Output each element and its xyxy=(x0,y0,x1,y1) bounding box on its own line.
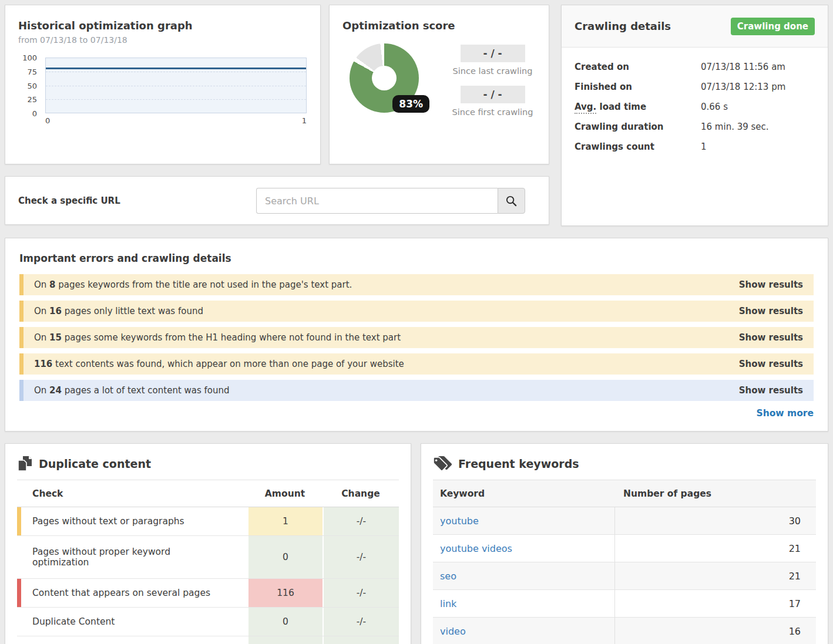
x-tick: 0 xyxy=(45,116,50,125)
status-badge: Crawling done xyxy=(731,18,815,35)
since-last-crawling-value: - / - xyxy=(461,45,525,62)
since-first-crawling-value: - / - xyxy=(461,86,525,103)
optimization-score-card: Optimization score 83% - / - Since last … xyxy=(329,5,549,164)
duplicate-content-card: Duplicate content Check Amount Change Pa… xyxy=(5,443,411,644)
avg-tooltip-term: Avg. xyxy=(575,102,596,114)
table-row: Duplicate Content 0 -/- xyxy=(17,608,399,636)
crawling-details-title: Crawling details xyxy=(575,20,671,32)
score-donut-chart: 83% xyxy=(350,43,419,113)
keyword-link[interactable]: youtube videos xyxy=(440,543,512,554)
table-row: seo 21 xyxy=(433,562,816,590)
error-row: On 24 pages a lot of text content was fo… xyxy=(19,380,814,401)
detail-value: 07/13/18 12:13 pm xyxy=(701,82,785,92)
duplicate-pages-icon xyxy=(17,456,33,471)
detail-row: Created on 07/13/18 11:56 am xyxy=(575,62,815,72)
change-value: -/- xyxy=(323,608,399,636)
detail-label: Avg. load time xyxy=(575,102,701,112)
keyword-link[interactable]: video xyxy=(440,626,466,637)
table-row: Pages without text or paragraphs 1 -/- xyxy=(17,507,399,536)
search-url-input[interactable] xyxy=(256,188,498,214)
detail-label: Finished on xyxy=(575,82,701,92)
historical-graph-daterange: from 07/13/18 to 07/13/18 xyxy=(18,35,307,45)
amount-value xyxy=(247,636,323,644)
severity-bar xyxy=(17,507,21,535)
dashboard: Historical optimization graph from 07/13… xyxy=(0,0,833,644)
change-value xyxy=(323,636,399,644)
column-header-amount: Amount xyxy=(247,488,323,499)
show-results-link[interactable]: Show results xyxy=(739,306,803,316)
show-results-link[interactable]: Show results xyxy=(739,359,803,369)
detail-value: 1 xyxy=(701,141,707,152)
important-errors-title: Important errors and crawling details xyxy=(19,252,814,264)
error-text: 116 text contents was found, which appea… xyxy=(34,359,404,369)
important-errors-card: Important errors and crawling details On… xyxy=(5,238,828,431)
error-text: On 8 pages keywords from the title are n… xyxy=(34,279,352,290)
show-more-link[interactable]: Show more xyxy=(756,408,814,419)
since-last-crawling-label: Since last crawling xyxy=(449,66,536,76)
pages-count: 16 xyxy=(615,618,816,644)
severity-bar xyxy=(17,579,21,607)
pages-count: 30 xyxy=(615,507,816,534)
check-label: Content that appears on several pages xyxy=(17,579,247,607)
table-row: Content that appears on several pages 11… xyxy=(17,579,399,608)
search-icon xyxy=(505,195,518,207)
error-row: On 8 pages keywords from the title are n… xyxy=(19,274,814,295)
check-label xyxy=(17,636,247,644)
detail-value: 16 min. 39 sec. xyxy=(701,122,769,132)
show-results-link[interactable]: Show results xyxy=(739,279,803,290)
column-header-change: Change xyxy=(323,488,399,499)
error-row: On 15 pages some keywords from the H1 he… xyxy=(19,327,814,348)
gridline xyxy=(46,99,306,100)
error-text: On 15 pages some keywords from the H1 he… xyxy=(34,332,401,343)
severity-bar xyxy=(19,327,23,348)
detail-row: Crawling duration 16 min. 39 sec. xyxy=(575,122,815,132)
amount-value: 116 xyxy=(247,579,323,607)
detail-label: Created on xyxy=(575,62,701,72)
y-tick: 75 xyxy=(27,67,37,76)
historical-graph-card: Historical optimization graph from 07/13… xyxy=(5,5,321,164)
y-axis: 100 75 50 25 0 xyxy=(18,58,42,113)
tags-icon xyxy=(433,456,452,471)
keyword-link[interactable]: seo xyxy=(440,571,456,582)
duplicate-content-title: Duplicate content xyxy=(39,457,151,470)
table-row: youtube 30 xyxy=(433,507,816,535)
table-row: link 17 xyxy=(433,590,816,618)
severity-bar xyxy=(19,380,23,401)
change-value: -/- xyxy=(323,536,399,578)
show-results-link[interactable]: Show results xyxy=(739,385,803,396)
severity-bar xyxy=(19,301,23,322)
detail-value: 0.66 s xyxy=(701,102,728,112)
error-row: On 16 pages only little text was found S… xyxy=(19,301,814,322)
keyword-link[interactable]: youtube xyxy=(440,515,479,527)
search-button[interactable] xyxy=(498,188,525,214)
table-row: video 16 xyxy=(433,618,816,644)
table-header: Keyword Number of pages xyxy=(433,480,816,507)
detail-value: 07/13/18 11:56 am xyxy=(701,62,785,72)
amount-value: 1 xyxy=(247,507,323,535)
x-axis: 0 1 xyxy=(45,116,307,125)
detail-label: Crawling duration xyxy=(575,122,701,132)
crawling-details-card: Crawling details Crawling done Created o… xyxy=(561,5,828,226)
y-tick: 50 xyxy=(27,81,37,90)
severity-bar xyxy=(19,274,23,295)
y-tick: 100 xyxy=(22,53,37,62)
y-tick: 25 xyxy=(27,95,37,104)
detail-row: Finished on 07/13/18 12:13 pm xyxy=(575,82,815,92)
pages-count: 21 xyxy=(615,562,816,589)
check-label: Duplicate Content xyxy=(17,608,247,636)
detail-label: Crawlings count xyxy=(575,141,701,152)
severity-bar xyxy=(19,353,23,375)
show-results-link[interactable]: Show results xyxy=(739,332,803,343)
keyword-link[interactable]: link xyxy=(440,598,456,609)
column-header-check: Check xyxy=(17,488,247,499)
historical-graph-title: Historical optimization graph xyxy=(18,19,307,32)
x-tick: 1 xyxy=(302,116,307,125)
history-line xyxy=(46,68,306,69)
check-label: Pages without text or paragraphs xyxy=(17,507,247,535)
url-check-card: Check a specific URL xyxy=(5,176,549,225)
optimization-score-title: Optimization score xyxy=(342,19,536,32)
error-row: 116 text contents was found, which appea… xyxy=(19,353,814,375)
y-tick: 0 xyxy=(32,109,37,118)
amount-value: 0 xyxy=(247,536,323,578)
amount-value: 0 xyxy=(247,608,323,636)
